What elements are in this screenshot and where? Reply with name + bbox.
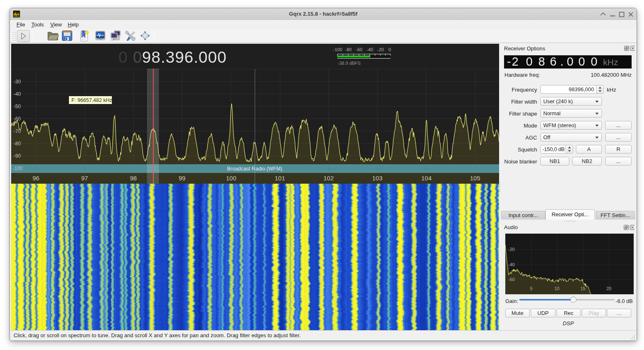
svg-text:0: 0: [388, 47, 391, 52]
svg-text:6: 6: [550, 55, 556, 68]
svg-text:-50: -50: [14, 104, 21, 109]
svg-text:8: 8: [538, 55, 545, 68]
svg-text:-100: -100: [13, 166, 23, 171]
svg-text:-2: -2: [507, 55, 519, 68]
svg-text:-20: -20: [377, 47, 384, 52]
svg-text:-90: -90: [14, 153, 21, 159]
svg-text:-70: -70: [14, 128, 21, 134]
svg-text:0: 0: [567, 55, 573, 68]
svg-text:96: 96: [33, 175, 40, 182]
svg-text:-30: -30: [14, 79, 21, 85]
svg-text:101: 101: [275, 175, 285, 182]
svg-text:15: 15: [580, 286, 585, 291]
svg-text:-100: -100: [333, 47, 342, 52]
svg-text:F: 96657.482 kHz: F: 96657.482 kHz: [71, 97, 112, 103]
svg-text:5: 5: [530, 286, 533, 291]
svg-text:0098.396.000: 0098.396.000: [118, 48, 227, 66]
svg-text:-60: -60: [508, 277, 515, 282]
svg-text:100: 100: [226, 175, 236, 182]
svg-text:104: 104: [421, 175, 431, 182]
svg-text:103: 103: [372, 175, 382, 182]
svg-text:0: 0: [578, 55, 585, 68]
svg-text:98: 98: [130, 175, 137, 182]
svg-text:-60: -60: [356, 47, 362, 52]
svg-text:99: 99: [179, 175, 186, 182]
svg-text:10: 10: [554, 286, 559, 291]
svg-text:20: 20: [606, 286, 611, 291]
svg-text:0: 0: [591, 55, 597, 68]
svg-text:kHz: kHz: [603, 57, 618, 67]
svg-text:105: 105: [470, 175, 480, 182]
svg-text:-40: -40: [14, 91, 21, 97]
svg-text:-80: -80: [14, 141, 21, 147]
svg-text:97: 97: [81, 175, 88, 182]
svg-text:-40: -40: [508, 262, 515, 267]
svg-text:102: 102: [323, 175, 334, 182]
svg-text:-40: -40: [367, 47, 373, 52]
svg-text:.: .: [560, 55, 564, 68]
svg-text:-80: -80: [345, 47, 352, 52]
svg-text:0: 0: [526, 55, 533, 68]
svg-text:-38.9 dBFS: -38.9 dBFS: [338, 61, 361, 66]
svg-text:-20: -20: [508, 247, 515, 252]
